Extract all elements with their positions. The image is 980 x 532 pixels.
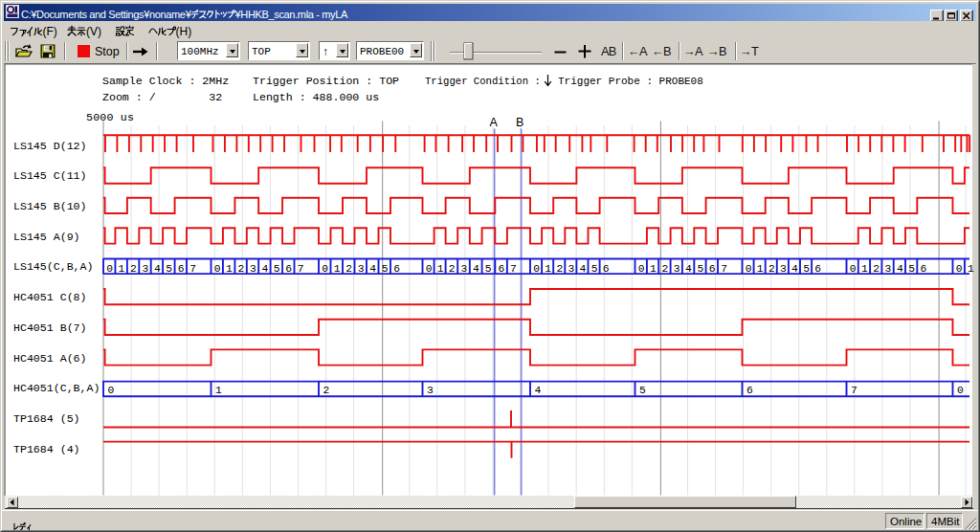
svg-text:1: 1 — [757, 263, 764, 275]
svg-text:0: 0 — [746, 263, 752, 275]
svg-text:3: 3 — [460, 263, 467, 275]
svg-text:0: 0 — [322, 263, 328, 275]
svg-text:2: 2 — [130, 263, 137, 275]
svg-text:0: 0 — [957, 385, 964, 396]
svg-text:7: 7 — [298, 263, 304, 275]
svg-text:0: 0 — [533, 263, 540, 275]
svg-text:6: 6 — [178, 263, 185, 275]
svg-text:TP1684 (4): TP1684 (4) — [13, 443, 80, 455]
svg-text:7: 7 — [721, 263, 727, 275]
svg-text:0: 0 — [850, 263, 857, 275]
svg-text:Length : 488.000 us: Length : 488.000 us — [253, 91, 379, 103]
svg-text:5: 5 — [639, 385, 646, 396]
svg-text:6: 6 — [393, 263, 400, 275]
svg-text:4: 4 — [154, 263, 161, 275]
svg-text:1: 1 — [968, 263, 974, 275]
svg-text:0: 0 — [638, 263, 645, 275]
svg-text:3: 3 — [143, 263, 149, 275]
svg-text:4: 4 — [791, 263, 798, 275]
svg-text:LS145 A(9): LS145 A(9) — [13, 231, 80, 243]
svg-text:4: 4 — [369, 263, 376, 275]
svg-text:1: 1 — [334, 263, 341, 275]
svg-text:4: 4 — [897, 263, 903, 275]
svg-text:2: 2 — [238, 263, 245, 275]
svg-text:5: 5 — [591, 263, 598, 275]
svg-text:LS145(C,B,A): LS145(C,B,A) — [13, 260, 94, 273]
svg-text:3: 3 — [250, 263, 256, 275]
svg-text:2: 2 — [449, 263, 456, 275]
svg-text:6: 6 — [814, 263, 821, 275]
svg-text:3: 3 — [358, 263, 365, 275]
svg-text:4: 4 — [261, 263, 268, 275]
svg-text:4: 4 — [535, 385, 542, 396]
svg-text:4: 4 — [685, 263, 692, 275]
svg-text:TP1684 (5): TP1684 (5) — [13, 412, 80, 425]
svg-text:2: 2 — [873, 263, 880, 275]
svg-text:6: 6 — [921, 263, 927, 275]
svg-text:LS145 D(12): LS145 D(12) — [13, 140, 87, 152]
svg-text:7: 7 — [510, 263, 517, 275]
svg-text:3: 3 — [674, 263, 680, 275]
svg-text:0: 0 — [214, 263, 221, 275]
svg-text:1: 1 — [650, 263, 657, 275]
svg-text:5: 5 — [698, 263, 704, 275]
svg-text:3: 3 — [780, 263, 787, 275]
svg-text:Trigger Position : TOP: Trigger Position : TOP — [253, 75, 399, 87]
svg-text:4: 4 — [580, 263, 587, 275]
svg-text:2: 2 — [556, 263, 563, 275]
svg-text:5: 5 — [274, 263, 280, 275]
svg-text:4: 4 — [473, 263, 479, 275]
svg-text:3: 3 — [885, 263, 892, 275]
svg-text:5: 5 — [166, 263, 172, 275]
svg-text:3: 3 — [568, 263, 575, 275]
svg-text:5000 us: 5000 us — [86, 111, 134, 123]
svg-text:1: 1 — [226, 263, 233, 275]
svg-text:2: 2 — [323, 385, 330, 396]
svg-text:3: 3 — [427, 385, 434, 396]
svg-text:HC4051(C,B,A): HC4051(C,B,A) — [13, 382, 100, 394]
svg-text:0: 0 — [426, 263, 433, 275]
svg-text:6: 6 — [499, 263, 505, 275]
svg-text:6: 6 — [746, 385, 753, 396]
svg-text:0: 0 — [956, 263, 963, 275]
svg-text:7: 7 — [189, 263, 196, 275]
svg-text:1: 1 — [545, 263, 551, 275]
svg-text:LS145 B(10): LS145 B(10) — [13, 200, 87, 212]
svg-text:1: 1 — [119, 263, 125, 275]
svg-text:6: 6 — [285, 263, 292, 275]
svg-text:2: 2 — [768, 263, 775, 275]
svg-text:2: 2 — [661, 263, 668, 275]
svg-text:6: 6 — [709, 263, 716, 275]
svg-text:Zoom : / 32: Zoom : / 32 — [102, 91, 222, 103]
svg-text:HC4051 B(7): HC4051 B(7) — [13, 321, 87, 334]
svg-text:Trigger Probe : PROBE08: Trigger Probe : PROBE08 — [558, 76, 703, 87]
svg-text:1: 1 — [861, 263, 868, 275]
svg-text:5: 5 — [803, 263, 810, 275]
svg-text:7: 7 — [851, 385, 858, 396]
svg-text:6: 6 — [603, 263, 610, 275]
svg-text:HC4051 C(8): HC4051 C(8) — [13, 291, 87, 303]
svg-text:B: B — [516, 116, 523, 129]
svg-text:Trigger Condition :: Trigger Condition : — [425, 76, 541, 87]
svg-text:2: 2 — [345, 263, 352, 275]
svg-text:5: 5 — [485, 263, 492, 275]
svg-text:5: 5 — [382, 263, 389, 275]
svg-text:5: 5 — [908, 263, 915, 275]
svg-text:LS145 C(11): LS145 C(11) — [13, 169, 87, 182]
svg-text:0: 0 — [106, 263, 113, 275]
svg-text:Sample Clock : 2MHz: Sample Clock : 2MHz — [102, 75, 229, 87]
svg-text:HC4051 A(6): HC4051 A(6) — [13, 352, 87, 365]
svg-text:A: A — [490, 116, 499, 129]
svg-text:0: 0 — [108, 385, 115, 396]
svg-text:1: 1 — [215, 385, 222, 396]
svg-text:1: 1 — [437, 263, 444, 275]
